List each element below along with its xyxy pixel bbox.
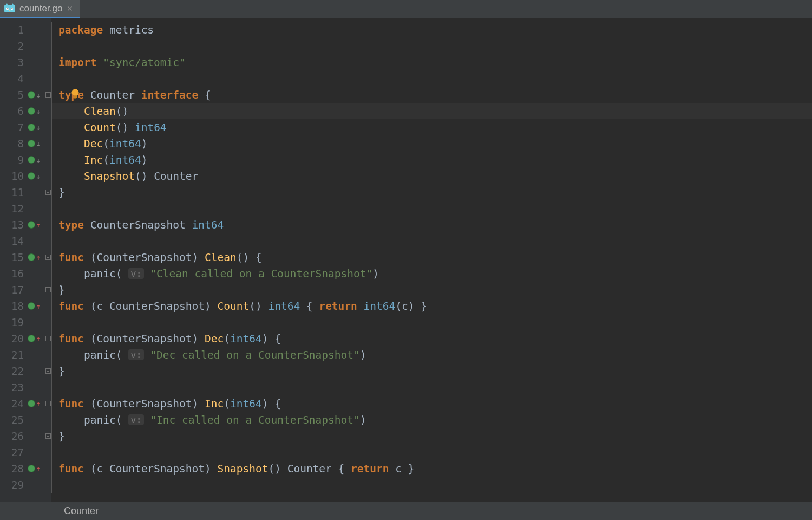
line-number[interactable]: 21: [0, 349, 24, 361]
line-number[interactable]: 24: [0, 398, 24, 410]
editor-tab[interactable]: counter.go ✕: [0, 0, 80, 18]
gutter-marker-area: ↑: [24, 465, 48, 472]
token-ident: }: [58, 284, 65, 296]
fold-end-icon[interactable]: [45, 433, 51, 439]
line-number[interactable]: 9: [0, 154, 24, 166]
line-number[interactable]: 1: [0, 24, 24, 36]
implements-up-icon[interactable]: [28, 335, 35, 342]
code-line[interactable]: func (c CounterSnapshot) Count() int64 {…: [51, 298, 812, 314]
code-line[interactable]: panic( v: "Dec called on a CounterSnapsh…: [51, 347, 812, 363]
fold-start-icon[interactable]: [45, 255, 51, 260]
token-ident: (CounterSnapshot): [84, 251, 205, 264]
token-ident: (): [135, 170, 154, 183]
code-line[interactable]: panic( v: "Clean called on a CounterSnap…: [51, 265, 812, 282]
code-line[interactable]: }: [51, 184, 812, 200]
line-number[interactable]: 18: [0, 300, 24, 312]
token-ident: (): [249, 300, 268, 313]
code-line[interactable]: }: [51, 428, 812, 444]
implements-down-icon[interactable]: [28, 91, 35, 99]
close-icon[interactable]: ✕: [67, 4, 73, 13]
token-hint: v:: [128, 349, 143, 360]
code-line[interactable]: [51, 233, 812, 249]
line-number[interactable]: 17: [0, 284, 24, 296]
line-number[interactable]: 11: [0, 186, 24, 198]
fold-start-icon[interactable]: [45, 92, 51, 98]
code-line[interactable]: [51, 477, 812, 493]
intention-bulb-icon[interactable]: [69, 88, 81, 100]
code-line[interactable]: [51, 444, 812, 460]
implements-down-icon[interactable]: [28, 123, 35, 131]
line-number[interactable]: 22: [0, 365, 24, 377]
implements-up-icon[interactable]: [28, 221, 35, 229]
code-line[interactable]: func (CounterSnapshot) Clean() {: [51, 249, 812, 265]
line-number[interactable]: 13: [0, 219, 24, 231]
line-number[interactable]: 26: [0, 430, 24, 442]
fold-start-icon[interactable]: [45, 336, 51, 341]
line-number[interactable]: 3: [0, 56, 24, 68]
code-line[interactable]: [51, 70, 812, 87]
fold-end-icon[interactable]: [45, 368, 51, 374]
breadcrumb[interactable]: Counter: [64, 505, 99, 517]
code-line[interactable]: Snapshot() Counter: [51, 168, 812, 184]
code-line[interactable]: Count() int64: [51, 119, 812, 135]
line-number[interactable]: 28: [0, 463, 24, 474]
code-line[interactable]: func (CounterSnapshot) Dec(int64) {: [51, 330, 812, 347]
token-ident: [58, 121, 84, 134]
arrow-down-icon: ↓: [36, 92, 41, 99]
code-line[interactable]: import "sync/atomic": [51, 54, 812, 70]
line-number[interactable]: 20: [0, 333, 24, 344]
code-line[interactable]: func (CounterSnapshot) Inc(int64) {: [51, 395, 812, 412]
fold-end-icon[interactable]: [45, 287, 51, 292]
code-line[interactable]: package metrics: [51, 22, 812, 38]
token-kw: type: [58, 219, 84, 231]
line-number[interactable]: 23: [0, 381, 24, 393]
line-number[interactable]: 27: [0, 446, 24, 458]
line-number[interactable]: 7: [0, 121, 24, 133]
code-line[interactable]: type CounterSnapshot int64: [51, 217, 812, 233]
code-line[interactable]: [51, 200, 812, 217]
code-line[interactable]: Clean(): [51, 103, 812, 119]
line-number[interactable]: 29: [0, 479, 24, 491]
implements-down-icon[interactable]: [28, 140, 35, 147]
code-line[interactable]: func (c CounterSnapshot) Snapshot() Coun…: [51, 460, 812, 477]
fold-end-icon[interactable]: [45, 190, 51, 195]
line-number[interactable]: 15: [0, 251, 24, 263]
code-line[interactable]: [51, 38, 812, 54]
code-line[interactable]: type Counter interface {: [51, 87, 812, 103]
arrow-up-icon: ↑: [36, 465, 41, 472]
code-line[interactable]: panic( v: "Inc called on a CounterSnapsh…: [51, 412, 812, 428]
code-area[interactable]: package metricsimport "sync/atomic"type …: [51, 18, 812, 502]
code-line[interactable]: [51, 379, 812, 395]
implements-down-icon[interactable]: [28, 156, 35, 164]
implements-up-icon[interactable]: [28, 400, 35, 407]
line-number[interactable]: 6: [0, 105, 24, 117]
code-line[interactable]: }: [51, 282, 812, 298]
gutter-row: 24↑: [0, 395, 50, 412]
code-line[interactable]: [51, 314, 812, 330]
line-number[interactable]: 4: [0, 73, 24, 84]
svg-rect-8: [74, 98, 76, 99]
code-line[interactable]: Dec(int64): [51, 135, 812, 152]
line-number[interactable]: 19: [0, 316, 24, 328]
line-number[interactable]: 5: [0, 89, 24, 101]
implements-down-icon[interactable]: [28, 107, 35, 115]
line-number[interactable]: 12: [0, 203, 24, 214]
token-kw: return: [351, 463, 389, 475]
token-kw: func: [58, 398, 84, 410]
implements-up-icon[interactable]: [28, 465, 35, 472]
token-ident: [58, 154, 84, 166]
line-number[interactable]: 16: [0, 268, 24, 280]
fold-start-icon[interactable]: [45, 401, 51, 406]
token-kw: import: [58, 56, 96, 69]
implements-up-icon[interactable]: [28, 253, 35, 261]
code-line[interactable]: }: [51, 363, 812, 379]
implements-up-icon[interactable]: [28, 302, 35, 310]
line-number[interactable]: 8: [0, 138, 24, 150]
line-number[interactable]: 14: [0, 235, 24, 247]
implements-down-icon[interactable]: [28, 172, 35, 180]
line-number[interactable]: 10: [0, 170, 24, 182]
line-number[interactable]: 25: [0, 414, 24, 426]
token-ident: c }: [389, 463, 415, 475]
code-line[interactable]: Inc(int64): [51, 152, 812, 168]
line-number[interactable]: 2: [0, 40, 24, 52]
